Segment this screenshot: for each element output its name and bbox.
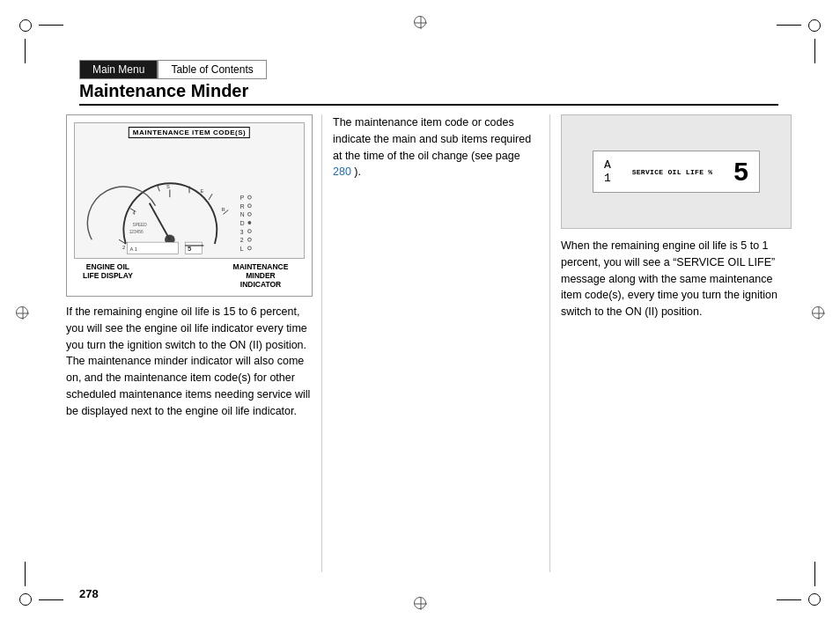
- left-body-text: If the remaining engine oil life is 15 t…: [66, 304, 313, 419]
- service-oil-display: A 1 SERVICE OIL LIFE % 5: [593, 151, 760, 193]
- svg-text:A  1: A 1: [130, 246, 137, 252]
- svg-text:L: L: [240, 246, 244, 252]
- svg-text:2: 2: [122, 245, 125, 250]
- svg-text:2: 2: [240, 237, 244, 243]
- page-number: 278: [79, 587, 99, 600]
- nav-bar: Main Menu Table of Contents: [79, 60, 267, 79]
- mid-column: The maintenance item code or codes indic…: [321, 114, 550, 572]
- svg-text:D: D: [240, 220, 245, 226]
- content-columns: MAINTENANCE ITEM CODE(S): [66, 114, 792, 572]
- crosshair-left-icon: [17, 307, 29, 320]
- edge-line: [777, 599, 801, 600]
- svg-text:R: R: [240, 203, 245, 210]
- corner-mark-tr: [808, 19, 821, 32]
- mid-text-before: The maintenance item code or codes indic…: [333, 116, 531, 162]
- cluster-illustration-box: MAINTENANCE ITEM CODE(S): [66, 114, 313, 297]
- edge-line: [25, 562, 26, 586]
- edge-line: [777, 25, 801, 26]
- crosshair-right-icon: [813, 307, 825, 320]
- main-menu-button[interactable]: Main Menu: [79, 60, 158, 79]
- title-divider: [79, 104, 778, 106]
- left-column: MAINTENANCE ITEM CODE(S): [66, 114, 321, 572]
- right-column: A 1 SERVICE OIL LIFE % 5 When the remain…: [550, 114, 792, 572]
- svg-text:R: R: [222, 207, 225, 212]
- edge-line: [39, 599, 63, 600]
- svg-point-28: [247, 230, 251, 233]
- table-of-contents-button[interactable]: Table of Contents: [158, 60, 266, 79]
- svg-point-24: [247, 195, 251, 199]
- svg-text:3: 3: [240, 229, 244, 235]
- service-oil-code-top: A: [604, 158, 611, 172]
- right-body-text: When the remaining engine oil life is 5 …: [561, 238, 792, 320]
- crosshair-top-icon: [415, 17, 427, 29]
- cluster-inner: MAINTENANCE ITEM CODE(S): [74, 122, 305, 259]
- service-oil-label: SERVICE OIL LIFE %: [625, 168, 720, 176]
- svg-text:N: N: [240, 211, 245, 217]
- edge-line: [814, 39, 815, 63]
- svg-text:P: P: [240, 195, 245, 201]
- svg-text:E: E: [201, 188, 204, 194]
- crosshair-left: [16, 306, 28, 319]
- page-title-area: Maintenance Minder: [79, 81, 778, 106]
- minder-indicator-label: MAINTENANCE MINDER INDICATOR: [225, 262, 296, 289]
- engine-oil-label: ENGINE OIL LIFE DISPLAY: [83, 262, 133, 289]
- page-link[interactable]: 280: [333, 165, 351, 178]
- crosshair-bot-icon: [415, 598, 427, 610]
- svg-text:123456: 123456: [129, 230, 144, 234]
- corner-mark-tl: [19, 19, 32, 32]
- service-oil-display-box: A 1 SERVICE OIL LIFE % 5: [561, 114, 792, 229]
- svg-point-27: [247, 221, 251, 224]
- page-title: Maintenance Minder: [79, 81, 778, 101]
- service-oil-left-section: A 1: [604, 158, 611, 185]
- cluster-labels: ENGINE OIL LIFE DISPLAY MAINTENANCE MIND…: [74, 259, 305, 289]
- corner-mark-bl: [19, 593, 32, 606]
- crosshair-right: [812, 306, 824, 319]
- maintenance-item-code-label: MAINTENANCE ITEM CODE(S): [129, 127, 250, 138]
- crosshair-bottom: [414, 597, 426, 609]
- gauge-area: P R N D 3 2 L: [75, 141, 304, 258]
- service-oil-percentage: 5: [733, 157, 748, 187]
- svg-text:SPEED: SPEED: [132, 223, 147, 227]
- svg-text:S: S: [166, 184, 170, 189]
- edge-line: [814, 562, 815, 586]
- svg-point-29: [247, 238, 251, 241]
- edge-line: [39, 25, 63, 26]
- mid-text-after: ).: [351, 165, 361, 178]
- mid-body-text: The maintenance item code or codes indic…: [333, 114, 539, 180]
- edge-line: [25, 39, 26, 63]
- service-oil-code-bot: 1: [604, 172, 611, 185]
- corner-mark-br: [808, 593, 821, 606]
- svg-point-30: [247, 246, 251, 250]
- svg-point-25: [247, 204, 251, 208]
- svg-line-16: [150, 203, 170, 239]
- gauge-cluster-svg: P R N D 3 2 L: [75, 141, 304, 258]
- svg-point-26: [247, 212, 251, 216]
- crosshair-top: [414, 16, 426, 28]
- svg-line-13: [209, 194, 212, 200]
